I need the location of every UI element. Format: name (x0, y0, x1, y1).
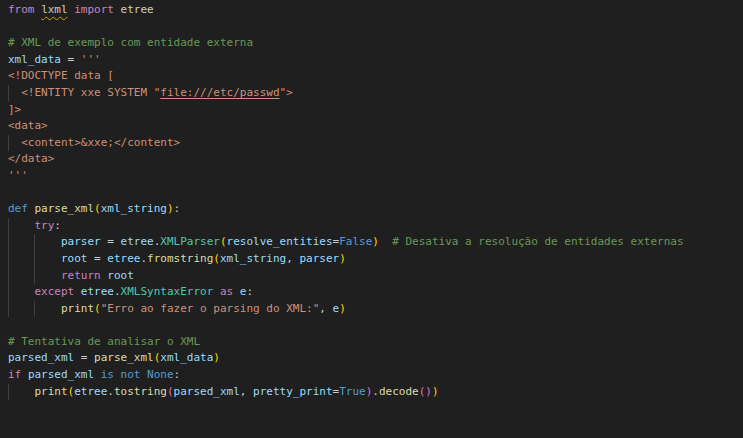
code-token: None (147, 368, 174, 381)
code-token: ) (213, 351, 220, 364)
code-string: ]> (8, 103, 21, 116)
code-comment: # Desativa a resolução de entidades exte… (392, 235, 683, 248)
code-line: except etree.XMLSyntaxError as e: (8, 284, 743, 301)
code-token (379, 235, 392, 248)
code-token: parsed_xml (174, 385, 240, 398)
code-token: = (87, 252, 107, 265)
code-token: not (121, 368, 141, 381)
code-token: XMLSyntaxError (121, 285, 214, 298)
code-token: ( (94, 302, 101, 315)
code-string: <!DOCTYPE data [ (8, 69, 114, 82)
code-token: try (34, 219, 54, 232)
code-line: print("Erro ao fazer o parsing do XML:",… (8, 301, 743, 318)
indent-guide (34, 234, 60, 251)
code-line: <content>&xxe;</content> (8, 135, 743, 152)
code-line: return root (8, 268, 743, 285)
code-token: , (319, 302, 332, 315)
code-token: . (107, 385, 114, 398)
indent-guide (8, 268, 34, 285)
code-line: parsed_xml = parse_xml(xml_data) (8, 350, 743, 367)
code-string: <!ENTITY xxe SYSTEM " (21, 86, 160, 99)
code-string: <data> (8, 119, 48, 132)
code-token: = (101, 235, 121, 248)
code-token: ) (167, 202, 174, 215)
code-token: ) (339, 302, 346, 315)
code-line: <!ENTITY xxe SYSTEM "file:///etc/passwd"… (8, 85, 743, 102)
indent-guide (8, 301, 34, 318)
code-token: import (74, 3, 114, 16)
code-line: from lxml import etree (8, 2, 743, 19)
code-token: lxml (41, 3, 68, 16)
code-line: def parse_xml(xml_string): (8, 201, 743, 218)
code-token: fromstring (147, 252, 213, 265)
code-line: print(etree.tostring(parsed_xml, pretty_… (8, 384, 743, 401)
code-token: ( (94, 202, 101, 215)
code-line: try: (8, 218, 743, 235)
code-token: xml_data (160, 351, 213, 364)
code-token: , (240, 385, 253, 398)
code-token: = (74, 351, 94, 364)
code-token: ) (339, 252, 346, 265)
code-token: etree (107, 252, 140, 265)
code-line: if parsed_xml is not None: (8, 367, 743, 384)
indent-guide (8, 251, 34, 268)
indent-guide (8, 85, 21, 102)
code-token: ( (213, 252, 220, 265)
code-token: print (34, 385, 67, 398)
code-token: print (61, 302, 94, 315)
code-token (114, 368, 121, 381)
code-token: tostring (114, 385, 167, 398)
indent-guide (8, 234, 34, 251)
code-token: parser (61, 235, 101, 248)
code-comment: # Tentativa de analisar o XML (8, 335, 200, 348)
code-token: xml_string (220, 252, 286, 265)
code-token: True (339, 385, 366, 398)
code-line: <data> (8, 118, 743, 135)
code-token: ( (167, 385, 174, 398)
code-token: parsed_xml (8, 351, 74, 364)
code-string: "Erro ao fazer o parsing do XML:" (101, 302, 320, 315)
code-string: ''' (81, 53, 101, 66)
code-line: ]> (8, 102, 743, 119)
code-token: parse_xml (94, 351, 154, 364)
code-line: root = etree.fromstring(xml_string, pars… (8, 251, 743, 268)
indent-guide (34, 301, 60, 318)
code-token: . (372, 385, 379, 398)
code-token: ) (432, 385, 439, 398)
code-string: file:///etc/passwd (160, 86, 279, 99)
code-string: </data> (8, 152, 54, 165)
code-token (94, 368, 101, 381)
indent-guide (8, 218, 34, 235)
code-token: root (107, 269, 134, 282)
code-editor[interactable]: from lxml import etree # XML de exemplo … (0, 0, 743, 438)
code-string: ''' (8, 169, 28, 182)
code-token: resolve_entities (227, 235, 333, 248)
indent-guide (34, 268, 60, 285)
code-string: <content>&xxe;</content> (21, 136, 180, 149)
code-line: ''' (8, 168, 743, 185)
code-line: <!DOCTYPE data [ (8, 68, 743, 85)
code-token: etree (74, 385, 107, 398)
code-line: parser = etree.XMLParser(resolve_entitie… (8, 234, 743, 251)
code-token: parsed_xml (28, 368, 94, 381)
code-token: ) (372, 235, 379, 248)
code-line (8, 185, 743, 202)
code-token (28, 202, 35, 215)
code-token: return (61, 269, 101, 282)
code-token: XMLParser (160, 235, 220, 248)
code-token (74, 285, 81, 298)
code-token: parse_xml (35, 202, 95, 215)
code-token: etree (121, 235, 154, 248)
indent-guide (8, 284, 34, 301)
code-token: etree (114, 3, 154, 16)
code-token: xml_data (8, 53, 61, 66)
code-string: "> (280, 86, 293, 99)
code-token: . (114, 285, 121, 298)
code-token: parser (299, 252, 339, 265)
code-line: # XML de exemplo com entidade externa (8, 35, 743, 52)
code-token (21, 368, 28, 381)
code-token: : (174, 368, 181, 381)
code-token: ) (425, 385, 432, 398)
code-token: as (220, 285, 233, 298)
code-token (233, 285, 240, 298)
